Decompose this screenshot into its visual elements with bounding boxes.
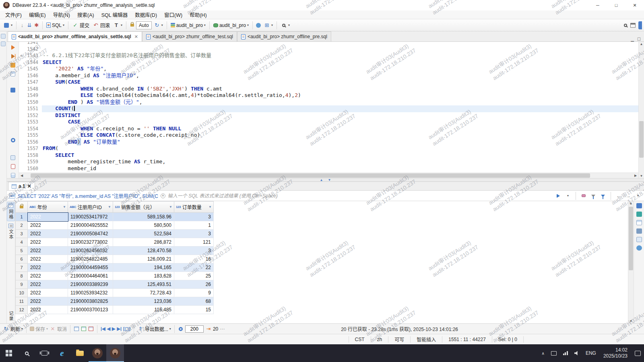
grid-cell[interactable]: 25 xyxy=(174,272,214,280)
close-results-tab-icon[interactable]: ✕ xyxy=(27,183,31,189)
caret-position-indicator[interactable]: 1551 : 11 : 44227 xyxy=(442,336,492,343)
volume-tray-icon[interactable] xyxy=(571,344,582,362)
grid-corner-header[interactable] xyxy=(16,202,28,213)
grid-cell[interactable]: 26 xyxy=(174,280,214,289)
code-text[interactable]: ELSE toDecimal64(toDecimal64(c.amt,4)*to… xyxy=(42,92,638,99)
commit-button[interactable]: ✓提交 xyxy=(71,21,91,29)
row-number-cell[interactable]: 7 xyxy=(16,263,28,272)
menu-item[interactable]: SQL 编辑器 xyxy=(98,10,132,20)
code-text[interactable]: ELSE CONCAT(c.store_code,c.receipt_no) xyxy=(42,132,638,139)
code-line[interactable]: 1546 a.member_id AS "注册用户ID", xyxy=(19,72,638,79)
scroll-left-icon[interactable]: ◀ xyxy=(19,174,25,177)
code-line[interactable]: 1544SELECT xyxy=(19,59,638,66)
custom-filter-icon[interactable]: ⊲T xyxy=(9,193,15,199)
code-area[interactable]: 15411542⊖1543-- 6.2.1线下22年订单支付金额前20名注册用户… xyxy=(19,42,638,173)
menu-item[interactable]: 导航(N) xyxy=(50,10,74,20)
hidden-icons-chevron[interactable]: ∧ xyxy=(539,344,548,362)
row-number-cell[interactable]: 10 xyxy=(16,289,28,297)
grid-cell[interactable]: 21900003700123 xyxy=(68,306,113,314)
grid-cell[interactable]: 3 xyxy=(174,213,214,221)
code-text[interactable] xyxy=(42,46,638,53)
output-panel-icon[interactable] xyxy=(9,154,17,161)
scroll-down-icon[interactable]: ▼ xyxy=(639,174,644,178)
grid-cell[interactable]: 9 xyxy=(174,289,214,297)
grid-cell[interactable]: 21900005084742 xyxy=(68,230,113,238)
grid-cell[interactable]: 11900232773002 xyxy=(68,238,113,247)
value-viewer-panel-icon[interactable] xyxy=(636,203,642,208)
overflow-menu-icon[interactable]: ⋯ xyxy=(220,326,225,332)
start-button[interactable] xyxy=(0,344,18,362)
grouping-panel-icon[interactable] xyxy=(636,220,642,225)
grid-cell[interactable]: 522,584 xyxy=(113,230,174,238)
grid-cell[interactable]: 128,470.58 xyxy=(113,247,174,255)
code-line[interactable]: 1553 CASE xyxy=(19,119,638,125)
code-text[interactable]: SUM(CASE xyxy=(42,79,638,86)
refresh-button[interactable]: ↻刷新▾ xyxy=(3,325,23,332)
close-button[interactable]: ✕ xyxy=(625,0,644,10)
row-number-cell[interactable]: 4 xyxy=(16,238,28,247)
grid-cell[interactable]: 123,036 xyxy=(113,297,174,306)
fold-marker-icon[interactable]: ⊖ xyxy=(19,52,24,59)
code-text[interactable]: '2022' AS "年份", xyxy=(42,66,638,72)
input-language-indicator[interactable]: ENG xyxy=(582,344,599,362)
code-text[interactable]: END) AS "订单数量" xyxy=(42,139,638,146)
editor-settings-gear-icon[interactable] xyxy=(9,137,17,143)
grid-cell[interactable]: 1 xyxy=(174,221,214,230)
grid-cell[interactable]: 2022 xyxy=(28,255,68,263)
network-tray-icon[interactable] xyxy=(560,344,571,362)
code-line[interactable]: ⊖1543-- 6.2.1线下22年订单支付金额前20名注册用户的销售金额、订单… xyxy=(19,52,638,59)
perspective-icon[interactable] xyxy=(630,22,636,29)
grid-cell[interactable]: 121 xyxy=(174,238,214,247)
data-grid-doc-icon[interactable] xyxy=(9,172,17,179)
grid-cell[interactable]: 21900004464061 xyxy=(68,272,113,280)
record-mode-button[interactable]: 记录 xyxy=(7,310,14,323)
row-number-cell[interactable]: 5 xyxy=(16,247,28,255)
dbeaver-taskbar-icon-active[interactable] xyxy=(106,344,124,362)
export-data-button[interactable]: ⇑导出数据...▾ xyxy=(137,325,171,332)
grid-cell[interactable]: 589,158.96 xyxy=(113,213,174,221)
task-view-icon[interactable] xyxy=(35,344,53,362)
row-number-cell[interactable]: 2 xyxy=(16,221,28,230)
menu-item[interactable]: 帮助(H) xyxy=(186,10,210,20)
code-text[interactable]: WHEN c.brand_code IN ('SBZ','JXH') THEN … xyxy=(42,86,638,93)
taskbar-search-icon[interactable] xyxy=(18,344,35,362)
cancel-button[interactable]: ✕取消 xyxy=(50,325,67,332)
row-number-cell[interactable]: 1 xyxy=(16,213,28,221)
save-button[interactable]: 保存▾ xyxy=(30,325,48,332)
next-row-button[interactable]: ▶ xyxy=(112,326,115,331)
database-selector[interactable]: audit_bi_pro▾ xyxy=(169,22,207,29)
grid-options-gear-icon[interactable] xyxy=(178,326,184,332)
grid-vertical-scrollbar[interactable]: ▲ ▼ xyxy=(628,201,634,323)
collapse-down-icon[interactable]: ▼ xyxy=(328,179,331,182)
chart-panel-icon[interactable] xyxy=(636,245,642,251)
row-number-cell[interactable]: 11 xyxy=(16,297,28,306)
grid-cell[interactable]: 21900004925552 xyxy=(68,221,113,230)
rollback-button[interactable]: ↶回滚 xyxy=(91,21,111,29)
code-text[interactable]: DISTINCT xyxy=(42,112,638,119)
grid-cell[interactable]: 11900253417972 xyxy=(68,213,113,221)
grid-cell[interactable]: 11900262456032 xyxy=(68,247,113,255)
code-line[interactable]: 1551 COUNT( xyxy=(19,105,638,112)
sort-dropdown-icon[interactable]: ▼ xyxy=(63,205,66,209)
code-line[interactable]: 1542 xyxy=(19,46,638,53)
schema-selector[interactable]: audit_bi_pro▾ xyxy=(212,22,250,29)
grid-view-button[interactable]: 网格 xyxy=(7,202,15,221)
collapse-up-icon[interactable]: ▲ xyxy=(320,179,323,182)
code-text[interactable]: FROM( xyxy=(42,145,638,152)
code-line[interactable]: 1555 ELSE CONCAT(c.store_code,c.receipt_… xyxy=(19,132,638,139)
code-line[interactable]: 1556 END) AS "订单数量" xyxy=(19,139,638,146)
minimize-editor-icon[interactable]: ▁ xyxy=(631,37,634,41)
grid-cell[interactable]: 2022 xyxy=(28,272,68,280)
calc-panel-icon[interactable] xyxy=(636,212,642,217)
show-panels-icon[interactable] xyxy=(9,71,17,77)
transaction-history-button[interactable]: ↻▾ xyxy=(153,21,164,29)
menu-item[interactable]: 文件(F) xyxy=(2,10,25,20)
maximize-button[interactable]: □ xyxy=(607,0,625,10)
filter-query-text[interactable]: SELECT '2022' AS "年份", a.member_id AS "注… xyxy=(18,192,158,199)
restore-projects-panel-icon[interactable] xyxy=(1,41,6,46)
last-row-button[interactable]: ▶| xyxy=(117,326,122,331)
code-text[interactable]: SELECT xyxy=(42,152,638,159)
sort-dropdown-icon[interactable]: ▼ xyxy=(108,205,111,209)
grid-cell[interactable]: 21900003389239 xyxy=(68,280,113,289)
grid-scroll-thumb[interactable] xyxy=(629,207,633,270)
